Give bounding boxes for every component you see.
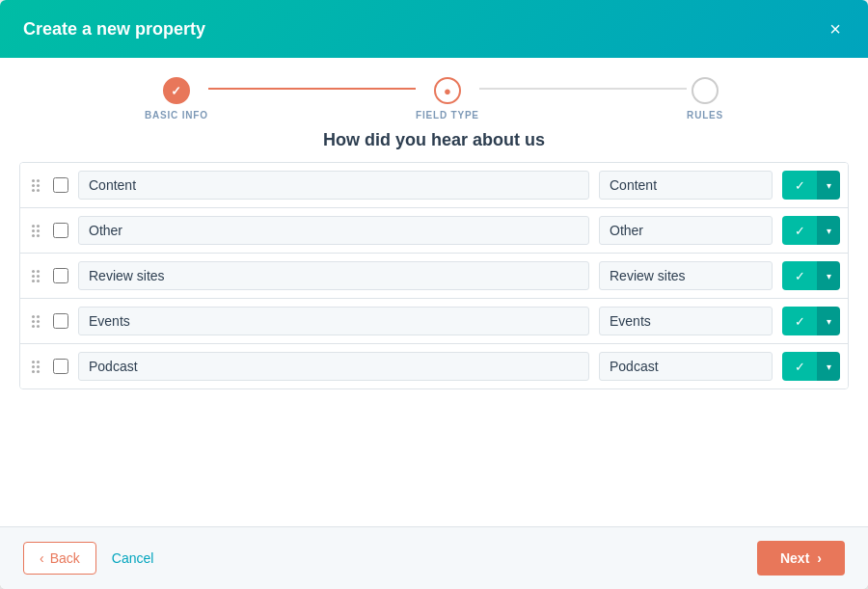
toggle-button[interactable]: ✓ ▾ — [782, 261, 840, 290]
toggle-button[interactable]: ✓ ▾ — [782, 307, 840, 335]
label-input[interactable] — [78, 261, 589, 290]
back-label: Back — [50, 550, 80, 566]
stepper: ✓ BASIC INFO ● FIELD TYPE — [0, 58, 868, 130]
close-button[interactable]: × — [826, 15, 845, 42]
table-row: ✓ ▾ — [20, 254, 848, 299]
toggle-check[interactable]: ✓ — [782, 307, 817, 335]
step-label-field-type: FIELD TYPE — [416, 110, 479, 120]
row-checkbox[interactable] — [53, 359, 68, 374]
footer-left: ‹ Back Cancel — [23, 542, 153, 575]
step-line-2 — [479, 88, 687, 90]
modal-body: ✓ BASIC INFO ● FIELD TYPE — [0, 58, 868, 526]
label-input[interactable] — [78, 352, 589, 381]
step-field-type: ● FIELD TYPE — [416, 77, 479, 120]
modal-footer: ‹ Back Cancel Next › — [0, 526, 868, 589]
options-table: ✓ ▾ ✓ ▾ — [19, 162, 849, 389]
label-input[interactable] — [78, 171, 589, 200]
next-icon: › — [817, 550, 822, 566]
step-basic-info: ✓ BASIC INFO — [145, 77, 208, 120]
toggle-dropdown[interactable]: ▾ — [817, 307, 840, 335]
step-label-rules: RULES — [687, 110, 723, 120]
toggle-button[interactable]: ✓ ▾ — [782, 171, 840, 200]
modal-header: Create a new property × — [0, 0, 868, 58]
toggle-check[interactable]: ✓ — [782, 352, 817, 381]
step-dot: ● — [444, 84, 451, 98]
toggle-button[interactable]: ✓ ▾ — [782, 216, 840, 245]
checkmark-icon: ✓ — [171, 84, 181, 98]
value-input[interactable] — [599, 171, 773, 200]
table-row: ✓ ▾ — [20, 163, 848, 208]
next-label: Next — [780, 550, 809, 566]
step-circle-basic-info: ✓ — [163, 77, 190, 104]
back-icon: ‹ — [40, 550, 44, 566]
table-row: ✓ ▾ — [20, 208, 848, 254]
row-checkbox[interactable] — [53, 268, 68, 283]
row-checkbox[interactable] — [53, 177, 68, 193]
value-input[interactable] — [599, 261, 773, 290]
toggle-check[interactable]: ✓ — [782, 261, 817, 290]
drag-handle[interactable] — [28, 179, 43, 192]
step-rules: RULES — [687, 77, 723, 120]
section-title: How did you hear about us — [0, 130, 868, 150]
toggle-dropdown[interactable]: ▾ — [817, 171, 840, 200]
value-input[interactable] — [599, 352, 773, 381]
toggle-check[interactable]: ✓ — [782, 171, 817, 200]
label-input[interactable] — [78, 216, 589, 245]
row-checkbox[interactable] — [53, 223, 68, 238]
drag-handle[interactable] — [28, 270, 43, 282]
step-label-basic-info: BASIC INFO — [145, 110, 208, 120]
step-circle-field-type: ● — [434, 77, 461, 104]
modal-title: Create a new property — [23, 19, 205, 40]
row-checkbox[interactable] — [53, 313, 68, 329]
table-row: ✓ ▾ — [20, 344, 848, 388]
table-row: ✓ ▾ — [20, 299, 848, 344]
label-input[interactable] — [78, 307, 589, 335]
create-property-modal: Create a new property × ✓ BASIC INFO ● — [0, 0, 868, 589]
cancel-button[interactable]: Cancel — [112, 550, 154, 566]
toggle-button[interactable]: ✓ ▾ — [782, 352, 840, 381]
toggle-check[interactable]: ✓ — [782, 216, 817, 245]
toggle-dropdown[interactable]: ▾ — [817, 216, 840, 245]
next-button[interactable]: Next › — [757, 541, 845, 576]
options-table-container: ✓ ▾ ✓ ▾ — [0, 162, 868, 526]
step-line-1 — [208, 88, 416, 90]
back-button[interactable]: ‹ Back — [23, 542, 96, 575]
step-circle-rules — [692, 77, 719, 104]
toggle-dropdown[interactable]: ▾ — [817, 352, 840, 381]
drag-handle[interactable] — [28, 315, 43, 328]
drag-handle[interactable] — [28, 361, 43, 373]
value-input[interactable] — [599, 216, 773, 245]
drag-handle[interactable] — [28, 225, 43, 237]
toggle-dropdown[interactable]: ▾ — [817, 261, 840, 290]
value-input[interactable] — [599, 307, 773, 335]
